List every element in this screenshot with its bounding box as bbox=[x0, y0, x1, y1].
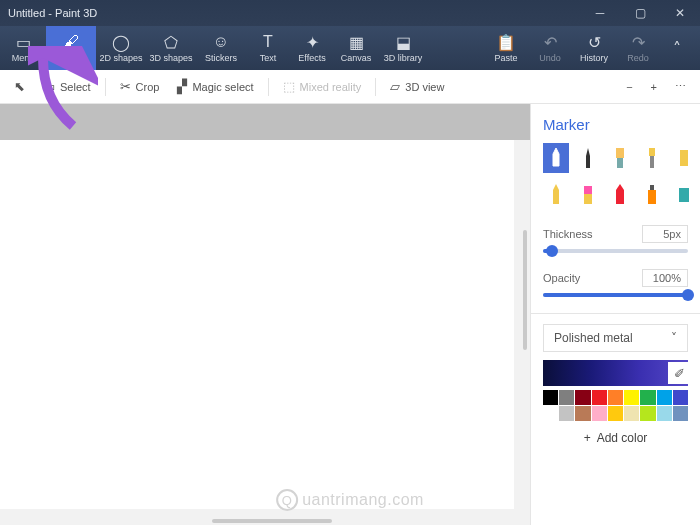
watermark-logo: Q bbox=[276, 489, 298, 511]
color-swatch[interactable] bbox=[592, 406, 607, 421]
mr-icon: ⬚ bbox=[283, 79, 295, 94]
crop-tool[interactable]: ✂Crop bbox=[114, 73, 166, 101]
svg-rect-9 bbox=[679, 188, 689, 202]
thickness-input[interactable]: 5px bbox=[642, 225, 688, 243]
crop-icon: ✂ bbox=[120, 79, 131, 94]
color-swatches bbox=[543, 390, 688, 421]
brush-crayon[interactable] bbox=[607, 179, 633, 209]
ribbon-toolbar: ▭ Menu 🖌 Brushes ◯ 2D shapes ⬠ 3D shapes… bbox=[0, 26, 700, 70]
pointer-icon: ⬉ bbox=[14, 79, 25, 94]
pointer-tool[interactable]: ⬉ bbox=[8, 73, 31, 101]
tool-label: Select bbox=[60, 81, 91, 93]
history-button[interactable]: ↺ History bbox=[572, 26, 616, 70]
color-swatch[interactable] bbox=[673, 390, 688, 405]
tab-3d-shapes[interactable]: ⬠ 3D shapes bbox=[146, 26, 196, 70]
mixed-reality-tool[interactable]: ⬚Mixed reality bbox=[277, 73, 368, 101]
opacity-input[interactable]: 100% bbox=[642, 269, 688, 287]
color-swatch[interactable] bbox=[608, 406, 623, 421]
brush-panel: Marker Thickness 5px Opacity 100% Polish… bbox=[530, 104, 700, 525]
color-swatch[interactable] bbox=[543, 406, 558, 421]
color-swatch[interactable] bbox=[673, 406, 688, 421]
history-icon: ↺ bbox=[588, 33, 601, 51]
current-color[interactable] bbox=[543, 360, 688, 386]
opacity-slider[interactable] bbox=[543, 293, 688, 297]
plus-icon: + bbox=[584, 431, 591, 445]
minimize-button[interactable]: ─ bbox=[580, 0, 620, 26]
sub-toolbar: ⬉ ▭Select ✂Crop ▞Magic select ⬚Mixed rea… bbox=[0, 70, 700, 104]
brush-oil[interactable] bbox=[607, 143, 633, 173]
brush-calligraphy[interactable] bbox=[575, 143, 601, 173]
shapes-2d-icon: ◯ bbox=[112, 33, 130, 51]
brush-pixel[interactable] bbox=[671, 143, 697, 173]
svg-rect-1 bbox=[617, 158, 623, 168]
maximize-button[interactable]: ▢ bbox=[620, 0, 660, 26]
svg-rect-5 bbox=[584, 186, 592, 194]
magic-select-tool[interactable]: ▞Magic select bbox=[171, 73, 259, 101]
canvas[interactable] bbox=[0, 140, 514, 509]
thickness-label: Thickness bbox=[543, 228, 593, 240]
tab-3d-library[interactable]: ⬓ 3D library bbox=[378, 26, 428, 70]
color-swatch[interactable] bbox=[657, 406, 672, 421]
svg-rect-3 bbox=[650, 156, 654, 168]
tab-text[interactable]: T Text bbox=[246, 26, 290, 70]
svg-rect-7 bbox=[648, 190, 656, 204]
color-swatch[interactable] bbox=[640, 406, 655, 421]
color-swatch[interactable] bbox=[559, 390, 574, 405]
brush-marker[interactable] bbox=[543, 143, 569, 173]
material-dropdown[interactable]: Polished metal ˅ bbox=[543, 324, 688, 352]
eyedropper-button[interactable]: ✐ bbox=[668, 362, 690, 384]
tool-label: 3D view bbox=[405, 81, 444, 93]
separator bbox=[105, 78, 106, 96]
current-color-row: ✐ bbox=[543, 360, 688, 386]
tab-stickers[interactable]: ☺ Stickers bbox=[196, 26, 246, 70]
color-swatch[interactable] bbox=[608, 390, 623, 405]
tab-2d-shapes[interactable]: ◯ 2D shapes bbox=[96, 26, 146, 70]
select-tool[interactable]: ▭Select bbox=[37, 73, 97, 101]
tab-label: Text bbox=[260, 53, 277, 63]
add-color-button[interactable]: + Add color bbox=[543, 421, 688, 445]
vertical-scrollbar[interactable] bbox=[523, 230, 527, 350]
brush-spray[interactable] bbox=[639, 179, 665, 209]
zoom-in-button[interactable]: + bbox=[645, 73, 663, 101]
text-icon: T bbox=[263, 33, 273, 51]
paste-icon: 📋 bbox=[496, 33, 516, 51]
horizontal-scrollbar[interactable] bbox=[212, 519, 332, 523]
canvas-workspace[interactable] bbox=[0, 104, 530, 525]
title-bar: Untitled - Paint 3D ─ ▢ ✕ bbox=[0, 0, 700, 26]
thickness-slider[interactable] bbox=[543, 249, 688, 253]
tab-canvas[interactable]: ▦ Canvas bbox=[334, 26, 378, 70]
color-swatch[interactable] bbox=[575, 390, 590, 405]
more-button[interactable]: ⋯ bbox=[669, 73, 692, 101]
watermark: Q uantrimang.com bbox=[276, 489, 424, 511]
color-swatch[interactable] bbox=[657, 390, 672, 405]
zoom-out-button[interactable]: − bbox=[620, 73, 638, 101]
brush-pencil[interactable] bbox=[543, 179, 569, 209]
undo-button[interactable]: ↶ Undo bbox=[528, 26, 572, 70]
brush-icon: 🖌 bbox=[63, 33, 79, 51]
menu-icon: ▭ bbox=[16, 33, 31, 51]
tab-label: 2D shapes bbox=[99, 53, 142, 63]
tab-brushes[interactable]: 🖌 Brushes bbox=[46, 26, 96, 70]
paste-button[interactable]: 📋 Paste bbox=[484, 26, 528, 70]
color-swatch[interactable] bbox=[575, 406, 590, 421]
color-swatch[interactable] bbox=[592, 390, 607, 405]
close-button[interactable]: ✕ bbox=[660, 0, 700, 26]
collapse-ribbon-button[interactable]: ˄ bbox=[660, 26, 694, 70]
separator bbox=[268, 78, 269, 96]
3d-view-tool[interactable]: ▱3D view bbox=[384, 73, 450, 101]
brush-eraser[interactable] bbox=[575, 179, 601, 209]
tab-label: 3D library bbox=[384, 53, 423, 63]
add-color-label: Add color bbox=[597, 431, 648, 445]
brush-fill[interactable] bbox=[671, 179, 697, 209]
color-swatch[interactable] bbox=[543, 390, 558, 405]
brush-watercolor[interactable] bbox=[639, 143, 665, 173]
tab-label: 3D shapes bbox=[149, 53, 192, 63]
tab-effects[interactable]: ✦ Effects bbox=[290, 26, 334, 70]
color-swatch[interactable] bbox=[624, 390, 639, 405]
menu-button[interactable]: ▭ Menu bbox=[0, 26, 46, 70]
redo-button[interactable]: ↷ Redo bbox=[616, 26, 660, 70]
color-swatch[interactable] bbox=[559, 406, 574, 421]
brush-picker bbox=[543, 143, 688, 209]
color-swatch[interactable] bbox=[640, 390, 655, 405]
color-swatch[interactable] bbox=[624, 406, 639, 421]
